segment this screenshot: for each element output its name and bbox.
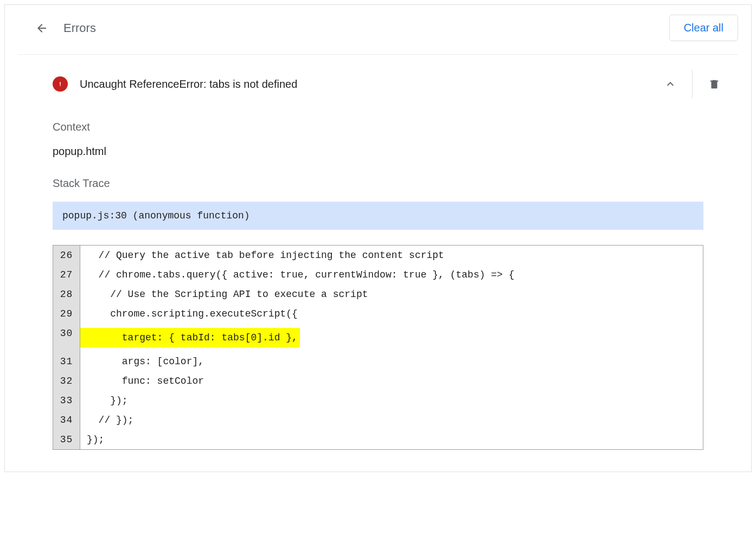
back-button[interactable] — [35, 22, 48, 35]
code-row: 28 // Use the Scripting API to execute a… — [53, 285, 703, 304]
error-header: Uncaught ReferenceError: tabs is not def… — [5, 69, 751, 99]
collapse-button[interactable] — [655, 69, 685, 99]
code-row: 33 }); — [53, 391, 703, 410]
code-row: 35}); — [53, 430, 703, 449]
code-row: 27 // chrome.tabs.query({ active: true, … — [53, 265, 703, 285]
line-number: 32 — [53, 371, 80, 391]
header-left: Errors — [35, 21, 96, 35]
code-row: 31 args: [color], — [53, 352, 703, 371]
code-line: }); — [80, 391, 703, 410]
code-row: 32 func: setColor — [53, 371, 703, 391]
stack-trace-label: Stack Trace — [53, 177, 703, 190]
clear-all-button[interactable]: Clear all — [669, 15, 738, 41]
code-row: 29 chrome.scripting.executeScript({ — [53, 304, 703, 324]
line-number: 33 — [53, 391, 80, 410]
divider — [18, 54, 738, 55]
code-row: 26 // Query the active tab before inject… — [53, 246, 703, 265]
line-number: 30 — [53, 324, 80, 352]
error-message: Uncaught ReferenceError: tabs is not def… — [80, 78, 655, 91]
stack-trace-location[interactable]: popup.js:30 (anonymous function) — [53, 202, 703, 230]
code-line: // Use the Scripting API to execute a sc… — [80, 285, 703, 304]
code-row: 34 // }); — [53, 410, 703, 430]
context-value: popup.html — [53, 145, 703, 158]
action-divider — [692, 70, 693, 98]
code-line: // Query the active tab before injecting… — [80, 246, 703, 265]
error-icon — [53, 76, 68, 92]
error-details: Context popup.html Stack Trace popup.js:… — [5, 121, 751, 472]
page-title: Errors — [63, 21, 96, 35]
error-actions — [655, 69, 751, 99]
code-line: chrome.scripting.executeScript({ — [80, 304, 703, 324]
code-line: func: setColor — [80, 371, 703, 391]
line-number: 35 — [53, 430, 80, 449]
line-number: 34 — [53, 410, 80, 430]
trash-icon — [708, 78, 720, 90]
header: Errors Clear all — [5, 5, 751, 54]
line-number: 26 — [53, 246, 80, 265]
code-line: // }); — [80, 410, 703, 430]
highlighted-code: target: { tabId: tabs[0].id }, — [80, 328, 300, 347]
line-number: 29 — [53, 304, 80, 324]
code-line: target: { tabId: tabs[0].id }, — [80, 324, 703, 352]
arrow-left-icon — [35, 22, 48, 35]
line-number: 28 — [53, 285, 80, 304]
errors-panel: Errors Clear all Uncaught ReferenceError… — [4, 4, 752, 472]
delete-button[interactable] — [699, 69, 729, 99]
chevron-up-icon — [664, 78, 677, 91]
code-row: 30 target: { tabId: tabs[0].id }, — [53, 324, 703, 352]
code-line: args: [color], — [80, 352, 703, 371]
line-number: 27 — [53, 265, 80, 285]
code-viewer: 26 // Query the active tab before inject… — [53, 245, 703, 450]
code-line: }); — [80, 430, 703, 449]
context-label: Context — [53, 121, 703, 133]
line-number: 31 — [53, 352, 80, 371]
code-line: // chrome.tabs.query({ active: true, cur… — [80, 265, 703, 285]
